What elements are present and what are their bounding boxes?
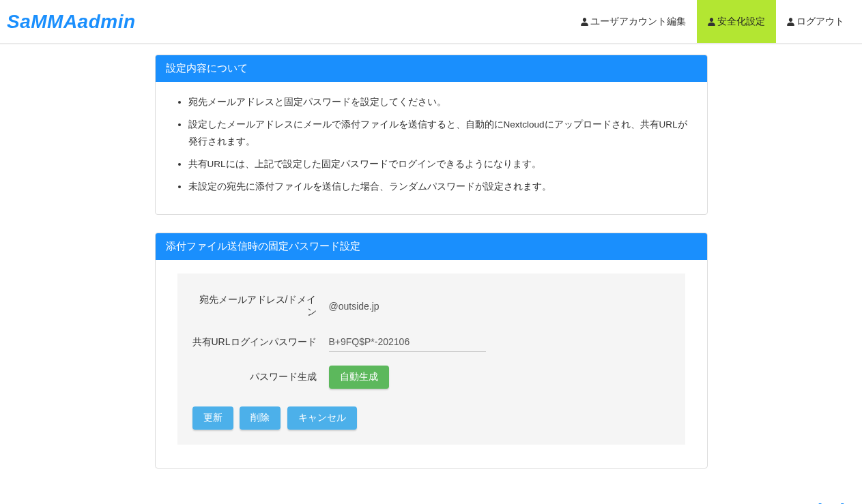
nav-security-settings[interactable]: 安全化設定 [697, 0, 776, 43]
about-item: 共有URLには、上記で設定した固定パスワードでログインできるようになります。 [188, 156, 693, 173]
about-list: 宛先メールアドレスと固定パスワードを設定してください。 設定したメールアドレスに… [169, 94, 693, 195]
footer-brand: SaMMAadmin [0, 486, 862, 504]
brand-logo[interactable]: SaMMAadmin [7, 11, 136, 33]
user-icon [581, 18, 588, 26]
buttons-row: 更新 削除 キャンセル [192, 406, 670, 430]
nav-security-settings-label: 安全化設定 [717, 16, 765, 28]
value-password-wrap [329, 332, 670, 352]
form-row-password: 共有URLログインパスワード [192, 332, 670, 352]
form-row-generate: パスワード生成 自動生成 [192, 366, 670, 389]
nav-logout-label: ログアウト [796, 16, 844, 28]
update-button[interactable]: 更新 [192, 406, 233, 430]
form-area: 宛先メールアドレス/ドメイン @outside.jp 共有URLログインパスワー… [177, 273, 685, 445]
panel-about: 設定内容について 宛先メールアドレスと固定パスワードを設定してください。 設定し… [155, 55, 708, 215]
form-row-address: 宛先メールアドレス/ドメイン @outside.jp [192, 294, 670, 318]
about-item: 設定したメールアドレスにメールで添付ファイルを送信すると、自動的にNextclo… [188, 117, 693, 150]
panel-password-form-header: 添付ファイル送信時の固定パスワード設定 [156, 233, 707, 260]
value-address: @outside.jp [329, 298, 379, 314]
nav-user-account-edit-label: ユーザアカウント編集 [590, 16, 686, 28]
main-container: 設定内容について 宛先メールアドレスと固定パスワードを設定してください。 設定し… [155, 55, 708, 469]
nav-user-account-edit[interactable]: ユーザアカウント編集 [570, 0, 697, 43]
panel-about-header: 設定内容について [156, 55, 707, 82]
panel-about-body: 宛先メールアドレスと固定パスワードを設定してください。 設定したメールアドレスに… [156, 82, 707, 214]
panel-password-form-body: 宛先メールアドレス/ドメイン @outside.jp 共有URLログインパスワー… [156, 260, 707, 468]
user-icon [708, 18, 715, 26]
delete-button[interactable]: 削除 [240, 406, 281, 430]
value-generate-wrap: 自動生成 [329, 366, 670, 389]
label-generate: パスワード生成 [192, 371, 329, 383]
nav-right: ユーザアカウント編集 安全化設定 ログアウト [570, 0, 855, 43]
panel-password-form: 添付ファイル送信時の固定パスワード設定 宛先メールアドレス/ドメイン @outs… [155, 233, 708, 469]
password-input[interactable] [329, 332, 486, 352]
top-navbar: SaMMAadmin ユーザアカウント編集 安全化設定 ログアウト [0, 0, 862, 44]
label-password: 共有URLログインパスワード [192, 336, 329, 349]
value-address-wrap: @outside.jp [329, 298, 670, 314]
generate-button[interactable]: 自動生成 [329, 366, 389, 389]
cancel-button[interactable]: キャンセル [287, 406, 357, 430]
user-icon [787, 18, 794, 26]
nav-logout[interactable]: ログアウト [776, 0, 855, 43]
about-item: 未設定の宛先に添付ファイルを送信した場合、ランダムパスワードが設定されます。 [188, 179, 693, 195]
label-address: 宛先メールアドレス/ドメイン [192, 294, 329, 318]
about-item: 宛先メールアドレスと固定パスワードを設定してください。 [188, 94, 693, 110]
